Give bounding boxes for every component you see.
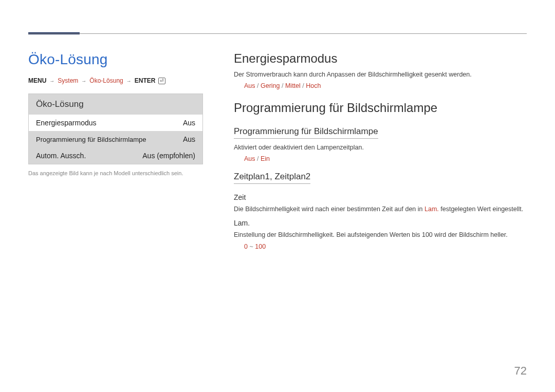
image-disclaimer: Das angezeigte Bild kann je nach Modell … [28, 170, 203, 177]
osd-title: Öko-Lösung [29, 94, 202, 115]
option-ein: Ein [261, 155, 270, 162]
option-tilde: ~ [249, 243, 253, 250]
osd-row-label: Programmierung für Bildschirmlampe [36, 136, 146, 143]
osd-row-label: Energiesparmodus [36, 119, 97, 127]
content-columns: Öko-Lösung MENU → System → Öko-Lösung → … [28, 51, 527, 252]
heading-energiesparmodus: Energiesparmodus [234, 51, 527, 66]
option-gering: Gering [261, 82, 280, 89]
subheading-zeitplan: Zeitplan1, Zeitplan2 [234, 172, 310, 184]
arrow-icon: → [49, 78, 54, 84]
desc-lam: Einstellung der Bildschirmhelligkeit. Be… [234, 230, 527, 239]
option-hoch: Hoch [306, 82, 321, 89]
subheading-bildschirmlampe: Programmierung für Bildschirmlampe [234, 126, 378, 139]
osd-row-bildschirmlampe: Programmierung für Bildschirmlampe Aus [29, 131, 202, 147]
desc-zeit-pre: Die Bildschirmhelligkeit wird nach einer… [234, 206, 424, 213]
left-column: Öko-Lösung MENU → System → Öko-Lösung → … [28, 51, 203, 252]
manual-page: Öko-Lösung MENU → System → Öko-Lösung → … [0, 0, 555, 392]
option-aus: Aus [244, 155, 255, 162]
subheading-zeit: Zeit [234, 193, 527, 201]
breadcrumb-menu: MENU [28, 77, 46, 84]
right-column: Energiesparmodus Der Stromverbrauch kann… [234, 51, 527, 252]
desc-zeit: Die Bildschirmhelligkeit wird nach einer… [234, 204, 527, 214]
osd-row-label: Autom. Aussch. [36, 152, 86, 160]
desc-energiesparmodus: Der Stromverbrauch kann durch Anpassen d… [234, 70, 527, 79]
header-rule [28, 33, 527, 34]
desc-zeit-lam: Lam. [424, 206, 439, 213]
arrow-icon: → [126, 78, 132, 84]
breadcrumb-eco: Öko-Lösung [89, 77, 123, 84]
options-lam: 0 ~ 100 [234, 243, 527, 250]
breadcrumb-system: System [58, 77, 78, 84]
breadcrumb: MENU → System → Öko-Lösung → ENTER ⏎ [28, 77, 203, 84]
option-aus: Aus [244, 82, 255, 89]
breadcrumb-enter: ENTER [135, 77, 156, 84]
option-sep: / [282, 82, 285, 89]
heading-bildschirmlampe: Programmierung für Bildschirmlampe [234, 101, 527, 115]
osd-row-value: Aus [183, 135, 195, 143]
desc-zeit-post: festgelegten Wert eingestellt. [439, 206, 523, 213]
option-sep: / [257, 155, 261, 162]
section-title: Öko-Lösung [28, 51, 203, 68]
osd-row-value: Aus (empfohlen) [142, 152, 195, 160]
osd-row-energiespar: Energiesparmodus Aus [29, 115, 202, 131]
osd-row-value: Aus [183, 119, 195, 127]
option-0: 0 [244, 243, 248, 250]
option-sep: / [257, 82, 261, 89]
osd-preview: Öko-Lösung Energiesparmodus Aus Programm… [28, 94, 203, 164]
subheading-lam: Lam. [234, 219, 527, 227]
desc-bildschirmlampe: Aktiviert oder deaktiviert den Lampenzei… [234, 143, 527, 152]
option-mittel: Mittel [285, 82, 301, 89]
arrow-icon: → [81, 78, 86, 84]
options-energiesparmodus: Aus / Gering / Mittel / Hoch [234, 82, 527, 89]
page-number: 72 [514, 364, 527, 378]
options-bildschirmlampe: Aus / Ein [234, 155, 527, 162]
osd-row-autoaussch: Autom. Aussch. Aus (empfohlen) [29, 147, 202, 164]
option-100: 100 [255, 243, 266, 250]
enter-icon: ⏎ [158, 78, 165, 84]
